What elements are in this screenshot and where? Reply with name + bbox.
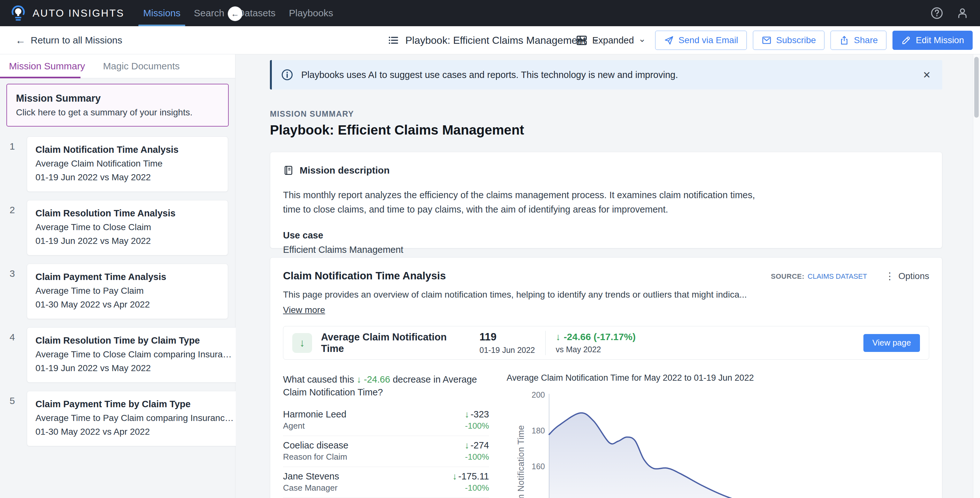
book-icon: [283, 165, 294, 176]
use-case-label: Use case: [283, 230, 929, 241]
nav-item-search[interactable]: Search: [187, 0, 231, 26]
report-card-3[interactable]: Claim Payment Time Analysis Average Time…: [27, 264, 228, 319]
contributor-value: -323: [471, 409, 489, 419]
vertical-scrollbar[interactable]: [973, 54, 980, 498]
toolbar-actions: Expanded ⌄ Send via Email Subscribe Shar…: [576, 26, 973, 54]
analysis-header: Claim Notification Time Analysis SOURCE:…: [283, 270, 929, 282]
contributors-column: What caused this ↓ -24.66 decrease in Av…: [283, 373, 489, 498]
page-eyebrow: MISSION SUMMARY: [270, 109, 980, 118]
report-metric: Average Time to Pay Claim: [35, 286, 220, 296]
item-number: 1: [10, 136, 27, 192]
layout-icon: [576, 34, 588, 46]
mission-description-header: Mission description: [283, 165, 929, 176]
item-number: 5: [10, 391, 27, 446]
subscribe-button[interactable]: Subscribe: [753, 31, 825, 50]
view-mode-dropdown[interactable]: Expanded ⌄: [576, 34, 646, 46]
tab-mission-summary[interactable]: Mission Summary: [0, 54, 94, 78]
chevron-down-icon: ⌄: [638, 34, 646, 44]
sidebar-collapse-button[interactable]: ←: [228, 6, 242, 21]
source-dataset-link[interactable]: CLAIMS DATASET: [808, 272, 867, 281]
view-page-button[interactable]: View page: [864, 334, 920, 352]
contributor-percent: -100%: [465, 420, 489, 431]
options-label: Options: [899, 271, 929, 281]
contributor-percent: -100%: [465, 451, 489, 462]
send-icon: [664, 35, 674, 45]
page-title: Playbook: Efficient Claims Management: [270, 123, 980, 138]
chart-column: Average Claim Notification Time for May …: [507, 373, 929, 498]
send-via-email-label: Send via Email: [678, 35, 738, 45]
ai-info-banner: Playbooks uses AI to suggest use cases a…: [270, 60, 942, 89]
edit-mission-button[interactable]: Edit Mission: [892, 31, 973, 50]
view-more-link[interactable]: View more: [283, 305, 325, 315]
contributor-role: Reason for Claim: [283, 451, 348, 462]
question-change: -24.66: [364, 374, 390, 385]
claim-notification-time-chart: [539, 391, 939, 498]
contributor-name: Jane Stevens: [283, 470, 339, 482]
report-period: 01-30 May 2022 vs Apr 2022: [35, 300, 220, 310]
source-block: SOURCE: CLAIMS DATASET: [771, 272, 867, 281]
edit-mission-label: Edit Mission: [916, 35, 964, 45]
analysis-description: This page provides an overview of claim …: [283, 290, 929, 300]
nav-item-missions[interactable]: Missions: [137, 0, 187, 26]
y-axis-label: Average Claim Notification Time: [516, 425, 526, 498]
send-via-email-button[interactable]: Send via Email: [655, 31, 747, 50]
contributors-list: Harmonie Leed Agent ↓-323 -100% Coeliac …: [283, 405, 489, 498]
tab-magic-documents[interactable]: Magic Documents: [94, 54, 188, 78]
mission-toolbar: ← Return to all Missions Playbook: Effic…: [0, 26, 980, 54]
list-item: 1 Claim Notification Time Analysis Avera…: [10, 136, 228, 192]
metric-change-block: ↓ -24.66 (-17.17%) vs May 2022: [556, 332, 636, 354]
mission-summary-card[interactable]: Mission Summary Click here to get a summ…: [6, 84, 229, 126]
main-content: Playbooks uses AI to suggest use cases a…: [236, 54, 980, 498]
nav-item-playbooks[interactable]: Playbooks: [282, 0, 340, 26]
share-button[interactable]: Share: [830, 31, 886, 50]
report-card-1[interactable]: Claim Notification Time Analysis Average…: [27, 136, 228, 192]
contributor-value: -175.11: [458, 471, 489, 481]
list-item: 3 Claim Payment Time Analysis Average Ti…: [10, 264, 228, 319]
subscribe-label: Subscribe: [776, 35, 816, 45]
report-card-2[interactable]: Claim Resolution Time Analysis Average T…: [27, 200, 228, 255]
collapse-left-icon: ←: [231, 9, 239, 19]
report-title: Claim Payment Time Analysis: [35, 272, 220, 282]
scrollbar-thumb[interactable]: [974, 57, 979, 118]
sidebar-tabbar: Mission Summary Magic Documents: [0, 54, 235, 78]
return-to-missions-link[interactable]: ← Return to all Missions: [15, 26, 123, 54]
mission-description-card: Mission description This monthly report …: [270, 152, 942, 248]
list-item: 2 Claim Resolution Time Analysis Average…: [10, 200, 228, 255]
contributor-value: -274: [471, 440, 489, 450]
contributor-name: Coeliac disease: [283, 439, 348, 451]
chart-area-main: [549, 413, 880, 498]
down-arrow-icon: ↓: [357, 374, 361, 385]
close-icon[interactable]: ✕: [923, 69, 931, 81]
contributor-row[interactable]: Harmonie Leed Agent ↓-323 -100%: [283, 405, 489, 436]
contributor-row[interactable]: Jane Stevens Case Manager ↓-175.11 -100%: [283, 467, 489, 498]
mission-summary-card-subtitle: Click here to get a summary of your insi…: [16, 107, 219, 118]
report-card-4[interactable]: Claim Resolution Time by Claim Type Aver…: [27, 327, 240, 383]
what-caused-question: What caused this ↓ -24.66 decrease in Av…: [283, 373, 489, 399]
chart-plot-area: 200 180 160 140 Average Claim Notificati…: [507, 391, 929, 498]
analysis-title: Claim Notification Time Analysis: [283, 270, 771, 282]
help-icon[interactable]: [930, 6, 943, 20]
metric-value: 119: [479, 331, 535, 343]
mission-description-title: Mission description: [300, 165, 390, 176]
playbook-title-dropdown[interactable]: Playbook: Efficient Claims Management ⌄: [387, 26, 600, 54]
report-title: Claim Notification Time Analysis: [35, 144, 220, 155]
report-period: 01-19 Jun 2022 vs May 2022: [35, 236, 220, 246]
auto-insights-logo-icon[interactable]: [10, 5, 27, 22]
mission-sidebar: Mission Summary Magic Documents Mission …: [0, 54, 235, 498]
metric-period: 01-19 Jun 2022: [479, 346, 535, 355]
contributor-row[interactable]: Coeliac disease Reason for Claim ↓-274 -…: [283, 436, 489, 467]
report-card-5[interactable]: Claim Payment Time by Claim Type Average…: [27, 391, 242, 446]
brand-title: AUTO INSIGHTS: [33, 7, 124, 19]
mission-description-body: This monthly report analyzes the efficie…: [283, 188, 756, 217]
report-metric: Average Time to Close Claim: [35, 222, 220, 232]
report-title: Claim Resolution Time Analysis: [35, 208, 220, 219]
report-metric: Average Time to Pay Claim comparing Insu…: [35, 413, 234, 423]
report-metric: Average Claim Notification Time: [35, 158, 220, 169]
claim-notification-analysis-card: Claim Notification Time Analysis SOURCE:…: [270, 257, 942, 498]
options-menu-button[interactable]: ⋮ Options: [885, 270, 929, 282]
chart-title: Average Claim Notification Time for May …: [507, 373, 929, 383]
metric-change: -24.66 (-17.17%): [564, 332, 636, 342]
metric-panel: ↓ Average Claim Notification Time 119 01…: [283, 326, 929, 359]
user-icon[interactable]: [956, 6, 969, 20]
item-number: 2: [10, 200, 27, 255]
